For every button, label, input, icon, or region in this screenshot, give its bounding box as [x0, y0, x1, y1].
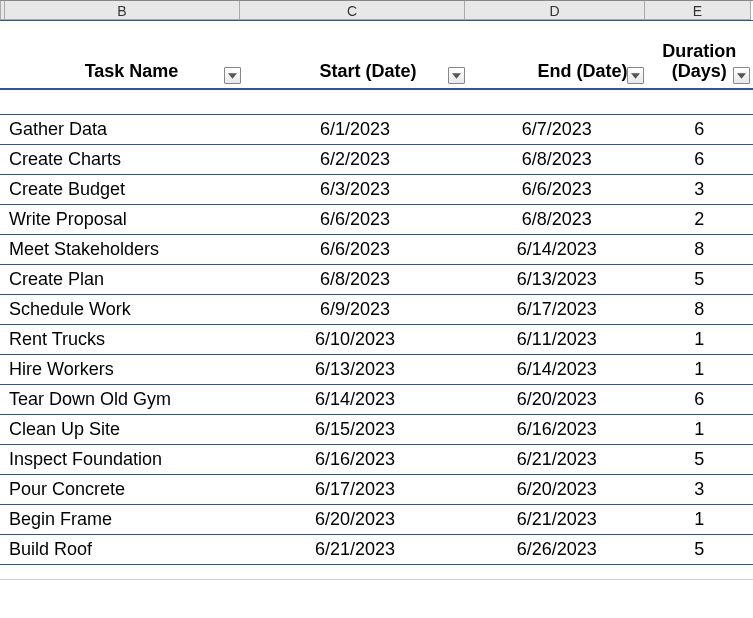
cell-task[interactable]: Hire Workers	[5, 355, 244, 384]
cell-start[interactable]: 6/21/2023	[244, 535, 468, 564]
table-row: Tear Down Old Gym6/14/20236/20/20236	[0, 385, 753, 415]
cell-duration[interactable]: 5	[647, 535, 753, 564]
cell-start[interactable]: 6/10/2023	[244, 325, 468, 354]
cell-duration[interactable]: 6	[647, 115, 753, 144]
cell-task[interactable]: Build Roof	[5, 535, 244, 564]
cell-task[interactable]: Create Budget	[5, 175, 244, 204]
table-row: Schedule Work6/9/20236/17/20238	[0, 295, 753, 325]
col-header-B[interactable]: B	[5, 1, 240, 20]
cell-duration[interactable]: 6	[647, 145, 753, 174]
cell-duration[interactable]: 1	[647, 505, 753, 534]
cell-duration[interactable]: 3	[647, 175, 753, 204]
col-header-C[interactable]: C	[240, 1, 465, 20]
cell-task[interactable]: Inspect Foundation	[5, 445, 244, 474]
cell-duration[interactable]: 2	[647, 205, 753, 234]
header-duration-label-1: Duration	[662, 41, 736, 62]
filter-button-duration[interactable]	[733, 67, 750, 84]
table-row: Create Charts6/2/20236/8/20236	[0, 145, 753, 175]
cell-end[interactable]: 6/20/2023	[468, 475, 647, 504]
chevron-down-icon	[452, 73, 461, 79]
cell-end[interactable]: 6/13/2023	[468, 265, 647, 294]
cell-start[interactable]: 6/3/2023	[244, 175, 468, 204]
cell-task[interactable]: Meet Stakeholders	[5, 235, 244, 264]
cell-start[interactable]: 6/8/2023	[244, 265, 468, 294]
cell-start[interactable]: 6/17/2023	[244, 475, 468, 504]
filter-button-start[interactable]	[448, 67, 465, 84]
cell-end[interactable]: 6/6/2023	[468, 175, 647, 204]
cell-duration[interactable]: 8	[647, 235, 753, 264]
header-start-label: Start (Date)	[320, 61, 417, 82]
table-row: Begin Frame6/20/20236/21/20231	[0, 505, 753, 535]
cell-start[interactable]: 6/2/2023	[244, 145, 468, 174]
cell-duration[interactable]: 6	[647, 385, 753, 414]
table-row: Write Proposal6/6/20236/8/20232	[0, 205, 753, 235]
cell-start[interactable]: 6/9/2023	[244, 295, 468, 324]
cell-duration[interactable]: 1	[647, 355, 753, 384]
column-headers-row: B C D E	[0, 0, 753, 20]
chevron-down-icon	[228, 73, 237, 79]
cell-start[interactable]: 6/13/2023	[244, 355, 468, 384]
cell-task[interactable]: Rent Trucks	[5, 325, 244, 354]
cell-task[interactable]: Pour Concrete	[5, 475, 244, 504]
cell-duration[interactable]: 1	[647, 415, 753, 444]
filter-button-end[interactable]	[627, 67, 644, 84]
table-row: Hire Workers6/13/20236/14/20231	[0, 355, 753, 385]
cell-start[interactable]: 6/20/2023	[244, 505, 468, 534]
cell-task[interactable]: Tear Down Old Gym	[5, 385, 244, 414]
spreadsheet: B C D E Task Name Start (Date)	[0, 0, 753, 618]
cell-start[interactable]: 6/15/2023	[244, 415, 468, 444]
cell-end[interactable]: 6/20/2023	[468, 385, 647, 414]
cell-duration[interactable]: 1	[647, 325, 753, 354]
cell-end[interactable]: 6/16/2023	[468, 415, 647, 444]
cell-task[interactable]: Write Proposal	[5, 205, 244, 234]
cell-task[interactable]: Begin Frame	[5, 505, 244, 534]
table-row: Clean Up Site6/15/20236/16/20231	[0, 415, 753, 445]
cell-start[interactable]: 6/6/2023	[244, 205, 468, 234]
table-row: Gather Data6/1/20236/7/20236	[0, 115, 753, 145]
cell-end[interactable]: 6/26/2023	[468, 535, 647, 564]
empty-row	[0, 565, 753, 580]
cell-end[interactable]: 6/14/2023	[468, 355, 647, 384]
grid: Task Name Start (Date) End (Date)	[0, 20, 753, 580]
cell-start[interactable]: 6/1/2023	[244, 115, 468, 144]
table-row: Pour Concrete6/17/20236/20/20233	[0, 475, 753, 505]
cell-task[interactable]: Create Charts	[5, 145, 244, 174]
cell-start[interactable]: 6/16/2023	[244, 445, 468, 474]
cell-duration[interactable]: 5	[647, 445, 753, 474]
chevron-down-icon	[737, 73, 746, 79]
cell-end[interactable]: 6/21/2023	[468, 505, 647, 534]
cell-start[interactable]: 6/6/2023	[244, 235, 468, 264]
cell-duration[interactable]: 3	[647, 475, 753, 504]
cell-task[interactable]: Gather Data	[5, 115, 244, 144]
table-row: Rent Trucks6/10/20236/11/20231	[0, 325, 753, 355]
cell-task[interactable]: Create Plan	[5, 265, 244, 294]
cell-end[interactable]: 6/11/2023	[468, 325, 647, 354]
cell-end[interactable]: 6/8/2023	[468, 205, 647, 234]
col-header-D[interactable]: D	[465, 1, 645, 20]
filter-button-task[interactable]	[224, 67, 241, 84]
cell-end[interactable]: 6/14/2023	[468, 235, 647, 264]
header-start[interactable]: Start (Date)	[244, 21, 468, 88]
header-duration[interactable]: Duration (Days)	[647, 21, 753, 88]
header-task[interactable]: Task Name	[5, 21, 244, 88]
cell-start[interactable]: 6/14/2023	[244, 385, 468, 414]
cell-task[interactable]: Clean Up Site	[5, 415, 244, 444]
cell-task[interactable]: Schedule Work	[5, 295, 244, 324]
cell-end[interactable]: 6/7/2023	[468, 115, 647, 144]
table-row: Create Budget6/3/20236/6/20233	[0, 175, 753, 205]
spacer-row	[0, 90, 753, 115]
table-row: Inspect Foundation6/16/20236/21/20235	[0, 445, 753, 475]
table-row: Meet Stakeholders6/6/20236/14/20238	[0, 235, 753, 265]
cell-end[interactable]: 6/21/2023	[468, 445, 647, 474]
col-header-E[interactable]: E	[645, 1, 751, 20]
header-end-label: End (Date)	[537, 61, 627, 82]
header-end[interactable]: End (Date)	[468, 21, 647, 88]
cell-duration[interactable]: 5	[647, 265, 753, 294]
table-row: Create Plan6/8/20236/13/20235	[0, 265, 753, 295]
cell-end[interactable]: 6/8/2023	[468, 145, 647, 174]
cell-duration[interactable]: 8	[647, 295, 753, 324]
cell-end[interactable]: 6/17/2023	[468, 295, 647, 324]
chevron-down-icon	[631, 73, 640, 79]
header-task-label: Task Name	[85, 61, 179, 82]
table-header-row: Task Name Start (Date) End (Date)	[0, 20, 753, 90]
